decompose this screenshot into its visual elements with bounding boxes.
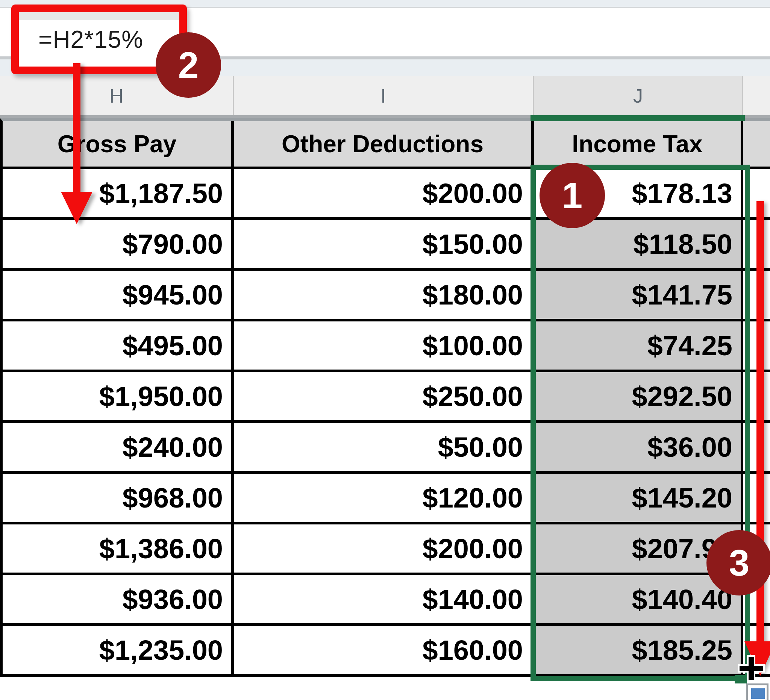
cell-other-deductions[interactable]: $180.00 [234,271,534,322]
cell-other-deductions[interactable]: $120.00 [234,474,534,524]
column-letter-j: J [633,84,643,107]
excel-spreadsheet-screenshot: H I J Gross Pay Other Deductions Income … [0,0,770,700]
table-row: $1,235.00$160.00$185.25 [0,626,770,677]
table-header-row: Gross Pay Other Deductions Income Tax [0,118,770,169]
table-row: $1,950.00$250.00$292.50 [0,372,770,423]
step-badge-2: 2 [156,32,221,98]
cell-income-tax[interactable]: $141.75 [534,271,743,322]
column-header-j-selected[interactable]: J [534,76,743,115]
table-row: $968.00$120.00$145.20 [0,474,770,524]
header-cell-income-tax[interactable]: Income Tax [534,121,743,169]
column-letter-h: H [109,84,124,107]
cell-gross-pay[interactable]: $936.00 [3,575,234,626]
cell-income-tax[interactable]: $145.20 [534,474,743,524]
cell-gross-pay[interactable]: $1,235.00 [3,626,234,677]
cell-income-tax[interactable]: $118.50 [534,220,743,271]
column-letter-i: I [380,84,386,107]
cell-income-tax[interactable]: $36.00 [534,423,743,474]
cell-other-deductions[interactable]: $50.00 [234,423,534,474]
column-header-k-partial[interactable] [743,76,769,115]
step-badge-1: 1 [540,163,605,228]
cell-gross-pay[interactable]: $790.00 [3,220,234,271]
step-number: 3 [729,542,750,584]
cell-other-deductions[interactable]: $150.00 [234,220,534,271]
header-cell-gross-pay[interactable]: Gross Pay [3,121,234,169]
cell-income-tax[interactable]: $74.25 [534,322,743,372]
fill-plus-cursor-icon [738,655,765,682]
header-cell-k-partial[interactable] [743,121,770,169]
auto-fill-options-button[interactable] [746,684,768,700]
cell-other-deductions[interactable]: $200.00 [234,524,534,575]
cell-gross-pay[interactable]: $1,187.50 [3,169,234,220]
table-row: $1,187.50$200.00$178.13 [0,169,770,220]
step-number: 1 [562,175,583,217]
table-body: $1,187.50$200.00$178.13$790.00$150.00$11… [0,169,770,677]
cell-gross-pay[interactable]: $945.00 [3,271,234,322]
header-cell-other-deductions[interactable]: Other Deductions [234,121,534,169]
cell-gross-pay[interactable]: $1,386.00 [3,524,234,575]
spreadsheet-grid: Gross Pay Other Deductions Income Tax $1… [0,118,770,677]
cell-income-tax[interactable]: $140.40 [534,575,743,626]
selected-column-green-underline [531,115,745,121]
formula-text: =H2*15% [19,26,143,53]
step-badge-3: 3 [707,530,770,595]
cell-other-deductions[interactable]: $140.00 [234,575,534,626]
table-row: $790.00$150.00$118.50 [0,220,770,271]
column-header-strip: H I J [0,76,770,118]
cell-gross-pay[interactable]: $968.00 [3,474,234,524]
arrow-head-icon [61,192,92,224]
cell-gross-pay[interactable]: $495.00 [3,322,234,372]
table-row: $945.00$180.00$141.75 [0,271,770,322]
cell-other-deductions[interactable]: $100.00 [234,322,534,372]
table-row: $495.00$100.00$74.25 [0,322,770,372]
cell-gross-pay[interactable]: $240.00 [3,423,234,474]
cell-other-deductions[interactable]: $160.00 [234,626,534,677]
cell-gross-pay[interactable]: $1,950.00 [3,372,234,423]
cell-other-deductions[interactable]: $200.00 [234,169,534,220]
column-header-i[interactable]: I [234,76,534,115]
step-number: 2 [178,44,199,86]
cell-income-tax[interactable]: $292.50 [534,372,743,423]
table-row: $1,386.00$200.00$207.90 [0,524,770,575]
arrow-shaft [73,63,81,193]
cell-other-deductions[interactable]: $250.00 [234,372,534,423]
table-row: $936.00$140.00$140.40 [0,575,770,626]
cell-income-tax[interactable]: $185.25 [534,626,743,677]
auto-fill-options-icon [751,688,765,699]
table-row: $240.00$50.00$36.00 [0,423,770,474]
